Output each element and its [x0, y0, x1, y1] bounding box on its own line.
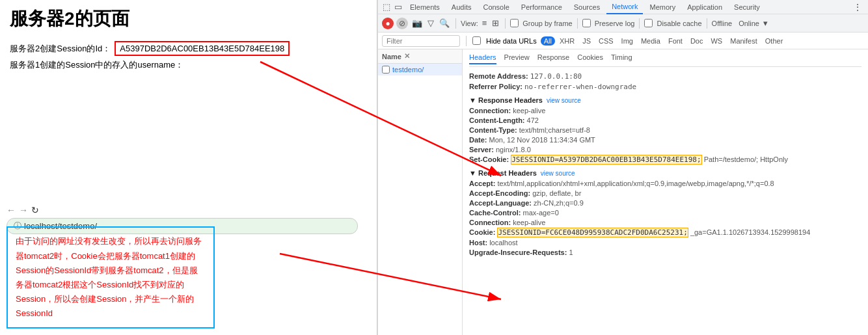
- hide-data-urls-label: Hide data URLs: [486, 37, 537, 45]
- hide-data-urls-checkbox[interactable]: [472, 36, 481, 45]
- filter-tags: All XHR JS CSS Img Media Font Doc WS Man…: [541, 36, 787, 46]
- preserve-log-label: Preserve log: [595, 20, 635, 27]
- network-main: Name ✕ testdemo/ Headers Preview Respons…: [378, 49, 868, 335]
- accept-encoding-row: Accept-Encoding: gzip, deflate, br: [469, 189, 861, 197]
- tab-network[interactable]: Network: [606, 0, 643, 14]
- large-view-icon[interactable]: ⊞: [491, 17, 500, 29]
- cache-control-value: max-age=0: [523, 209, 559, 217]
- session-id-box: A5397DB2D6AC00EB13B43E5D784EE198: [115, 41, 290, 56]
- host-value: localhost: [489, 239, 517, 247]
- record-button[interactable]: ●: [382, 18, 394, 29]
- server-row: Server: nginx/1.8.0: [469, 146, 861, 154]
- tab-sources[interactable]: Sources: [569, 0, 605, 14]
- info-box: 由于访问的网址没有发生改变，所以再去访问服务器tomcat2时，Cookie会把…: [7, 226, 215, 328]
- filter-tag-doc[interactable]: Doc: [687, 36, 707, 46]
- search-icon[interactable]: 🔍: [438, 17, 451, 29]
- stop-button[interactable]: ⊘: [396, 18, 408, 29]
- host-label: Host:: [469, 239, 489, 247]
- request-list: Name ✕ testdemo/: [378, 49, 463, 335]
- connection-row: Connection: keep-alive: [469, 107, 861, 114]
- info-text: 由于访问的网址没有发生改变，所以再去访问服务器tomcat2时，Cookie会把…: [16, 236, 202, 317]
- filter-tag-media[interactable]: Media: [638, 36, 664, 46]
- forward-button[interactable]: →: [19, 205, 28, 215]
- cookie-label: Cookie:: [469, 228, 497, 236]
- response-view-source[interactable]: view source: [547, 97, 581, 104]
- date-label: Date:: [469, 136, 489, 144]
- filter-tag-js[interactable]: JS: [579, 36, 594, 46]
- cache-control-label: Cache-Control:: [469, 209, 523, 217]
- tab-memory[interactable]: Memory: [644, 0, 681, 14]
- devtools-menu-icon[interactable]: ⋮: [850, 2, 865, 12]
- date-value: Mon, 12 Nov 2018 11:34:34 GMT: [489, 136, 595, 144]
- accept-language-value: zh-CN,zh;q=0.9: [534, 199, 584, 207]
- request-headers-section: ▼ Request Headers view source: [469, 169, 861, 177]
- disable-cache-label: Disable cache: [657, 20, 701, 27]
- network-toolbar: ● ⊘ 📷 ▽ 🔍 View: ≡ ⊞ Group by frame Prese…: [378, 14, 868, 33]
- preserve-log-checkbox[interactable]: [582, 19, 591, 27]
- cache-control-row: Cache-Control: max-age=0: [469, 209, 861, 217]
- accept-label: Accept:: [469, 180, 497, 187]
- session-label: 服务器2创建Session的Id：: [10, 43, 111, 55]
- set-cookie-label: Set-Cookie:: [469, 155, 511, 163]
- request-name: testdemo/: [392, 66, 424, 74]
- request-view-source[interactable]: view source: [541, 170, 575, 177]
- online-label: Online: [739, 20, 759, 27]
- device-icon[interactable]: ▭: [393, 1, 403, 13]
- accept-row: Accept: text/html,application/xhtml+xml,…: [469, 180, 861, 187]
- cookie-rest: _ga=GA1.1.1026713934.1529998194: [690, 228, 810, 236]
- disable-cache-checkbox[interactable]: [644, 19, 653, 27]
- detail-tab-cookies[interactable]: Cookies: [577, 53, 603, 64]
- remote-address-value: 127.0.0.1:80: [530, 72, 582, 81]
- group-by-frame-checkbox[interactable]: [510, 19, 519, 27]
- tab-security[interactable]: Security: [729, 0, 765, 14]
- filter-tag-all[interactable]: All: [541, 36, 555, 46]
- tab-application[interactable]: Application: [682, 0, 727, 14]
- group-by-frame-label: Group by frame: [522, 20, 572, 27]
- inspect-icon[interactable]: ⬚: [381, 1, 392, 13]
- separator-4: [639, 18, 640, 29]
- request-checkbox[interactable]: [382, 66, 390, 74]
- filter-tag-css[interactable]: CSS: [595, 36, 617, 46]
- request-item-testdemo[interactable]: testdemo/: [378, 64, 462, 75]
- request-list-header: Name ✕: [378, 49, 462, 64]
- detail-tab-preview[interactable]: Preview: [504, 53, 530, 64]
- filter-tag-font[interactable]: Font: [665, 36, 686, 46]
- tab-performance[interactable]: Performance: [516, 0, 567, 14]
- filter-tag-xhr[interactable]: XHR: [556, 36, 578, 46]
- offline-label: Offline: [712, 20, 733, 27]
- filter-tag-ws[interactable]: WS: [707, 36, 726, 46]
- separator-1: [455, 18, 456, 29]
- tab-audits[interactable]: Audits: [446, 0, 477, 14]
- set-cookie-value: JSESSIONID=A5397DB2D6AC00EB13B43E5D784EE…: [511, 155, 701, 165]
- camera-icon[interactable]: 📷: [411, 17, 424, 29]
- separator-filter: [466, 36, 467, 46]
- view-label: View:: [461, 20, 478, 27]
- detail-tab-timing[interactable]: Timing: [611, 53, 632, 64]
- detail-panel: Headers Preview Response Cookies Timing …: [463, 49, 868, 335]
- detail-tab-response[interactable]: Response: [537, 53, 570, 64]
- detail-tab-headers[interactable]: Headers: [469, 53, 496, 64]
- session-line: 服务器2创建Session的Id： A5397DB2D6AC00EB13B43E…: [10, 41, 367, 56]
- accept-encoding-value: gzip, deflate, br: [532, 189, 581, 197]
- filter-input[interactable]: [382, 35, 460, 47]
- back-button[interactable]: ←: [7, 205, 16, 215]
- name-column-header: Name: [382, 53, 401, 60]
- list-view-icon[interactable]: ≡: [481, 17, 489, 29]
- filter-icon[interactable]: ▽: [426, 17, 435, 29]
- referrer-policy-value: no-referrer-when-downgrade: [524, 83, 636, 91]
- content-type-value: text/html;charset=utf-8: [519, 126, 590, 134]
- response-headers-section: ▼ Response Headers view source: [469, 96, 861, 104]
- separator-5: [707, 18, 707, 29]
- date-row: Date: Mon, 12 Nov 2018 11:34:34 GMT: [469, 136, 861, 144]
- refresh-button[interactable]: ↻: [31, 205, 39, 215]
- server-value: nginx/1.8.0: [496, 146, 531, 154]
- dropdown-icon[interactable]: ▾: [762, 17, 769, 29]
- response-headers-title: ▼ Response Headers: [469, 96, 543, 104]
- filter-tag-img[interactable]: Img: [618, 36, 636, 46]
- close-column-icon[interactable]: ✕: [404, 52, 410, 60]
- content-length-label: Content-Length:: [469, 116, 527, 124]
- filter-tag-other[interactable]: Other: [762, 36, 787, 46]
- filter-tag-manifest[interactable]: Manifest: [727, 36, 761, 46]
- tab-console[interactable]: Console: [478, 0, 514, 14]
- tab-elements[interactable]: Elements: [405, 0, 445, 14]
